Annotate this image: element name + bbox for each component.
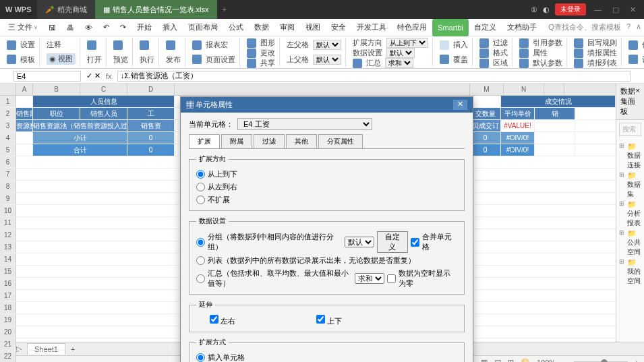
menu-data[interactable]: 数据 <box>249 19 274 36</box>
preview-icon[interactable] <box>113 40 123 50</box>
sum-icon[interactable] <box>353 59 362 68</box>
left-parent-select[interactable]: 默认 <box>313 40 341 50</box>
tree-node[interactable]: 📁我的空间 <box>619 258 641 286</box>
current-cell-select[interactable]: E4 工资 <box>237 118 372 130</box>
extend-ud-checkbox[interactable] <box>316 315 325 324</box>
tab-expand[interactable]: 扩展 <box>189 134 220 148</box>
view-button[interactable]: ◉ 视图 <box>47 53 76 65</box>
menu-formula[interactable]: 公式 <box>223 19 249 36</box>
theme-icon[interactable]: ◐ <box>543 5 550 14</box>
attr-icon[interactable] <box>519 49 529 58</box>
data-setting-select[interactable]: 默认 <box>386 48 415 58</box>
radio-topdown[interactable] <box>196 170 205 179</box>
setting2-icon[interactable] <box>628 55 638 64</box>
panel-search[interactable]: 搜索 <box>619 123 641 136</box>
share-icon2[interactable] <box>247 59 256 68</box>
macro-icon[interactable] <box>192 40 202 50</box>
menu-dev[interactable]: 开发工具 <box>351 19 392 36</box>
menu-insert[interactable]: 插入 <box>157 19 183 36</box>
min-ribbon-icon[interactable]: ∧ <box>636 22 641 32</box>
fillattr-icon[interactable] <box>574 49 583 58</box>
search-box[interactable]: Q查找命令、搜索模板 <box>548 22 621 32</box>
publish-icon[interactable] <box>166 40 175 50</box>
expand-dir-select[interactable]: 从上到下 <box>386 38 428 48</box>
menu-file[interactable]: 三 文件∨ <box>3 19 43 36</box>
menu-special[interactable]: 特色应用 <box>392 19 432 36</box>
sum-select[interactable]: 求和 <box>385 58 413 68</box>
wbrule-icon[interactable] <box>574 38 583 48</box>
tab-filter[interactable]: 过滤 <box>254 134 285 148</box>
fx-label[interactable]: fx <box>106 72 112 80</box>
custom-button[interactable]: 自定义 <box>377 231 407 253</box>
radio-noexpand[interactable] <box>196 195 205 204</box>
menu-layout[interactable]: 页面布局 <box>183 19 223 36</box>
empty-checkbox[interactable] <box>387 274 396 283</box>
refparam-icon[interactable] <box>519 38 529 48</box>
menu-home[interactable]: 开始 <box>131 19 157 36</box>
settings-icon[interactable] <box>7 40 16 50</box>
template-icon[interactable] <box>7 55 16 64</box>
wps-logo: W WPS <box>0 5 37 13</box>
radio-group[interactable] <box>196 238 205 247</box>
ribbon-group-exec: 执行 <box>136 38 159 67</box>
tree-node[interactable]: 📁分析报表 <box>619 200 641 229</box>
filllist-icon[interactable] <box>574 59 583 68</box>
account-icon[interactable]: ① <box>531 5 537 14</box>
menu-dochelper[interactable]: 文档助手 <box>502 19 542 36</box>
qat-preview-icon[interactable]: 👁 <box>80 19 98 36</box>
tab-attach[interactable]: 附属 <box>221 134 252 148</box>
change-icon[interactable] <box>247 49 256 58</box>
fx-icon[interactable]: ✓ ✕ <box>86 71 100 80</box>
login-badge[interactable]: 未登录 <box>555 3 586 16</box>
tab-file[interactable]: ▦销售人员整合情况一览表.xlsx <box>95 0 217 19</box>
radio-summary[interactable] <box>196 274 205 283</box>
qat-undo-icon[interactable]: ↶ <box>98 19 115 36</box>
radio-list[interactable] <box>196 256 205 265</box>
cover-button[interactable] <box>440 55 449 64</box>
region-icon[interactable] <box>479 59 489 68</box>
maximize-button[interactable]: ▢ <box>610 5 622 14</box>
formula-input[interactable] <box>117 71 631 82</box>
minimize-button[interactable]: — <box>591 5 604 13</box>
tree-node[interactable]: 📁数据集 <box>619 171 641 200</box>
tab-docer[interactable]: 🥕稻壳商城 <box>37 0 95 19</box>
summary-select[interactable]: 求和 <box>355 273 384 284</box>
tree-node[interactable]: 📁公共空间 <box>619 229 641 258</box>
dialog-close-button[interactable]: ✕ <box>453 100 467 110</box>
chart-icon[interactable] <box>247 38 256 48</box>
close-button[interactable]: ✕ <box>627 5 639 14</box>
add-tab[interactable]: + <box>217 5 232 13</box>
pagesetup-icon[interactable] <box>192 55 202 64</box>
menu-custom[interactable]: 自定义 <box>469 19 502 36</box>
menu-smartbi[interactable]: Smartbi <box>432 19 469 36</box>
merge-checkbox[interactable] <box>411 238 419 247</box>
tab-other[interactable]: 其他 <box>286 134 317 148</box>
format-icon[interactable] <box>479 49 489 58</box>
menu-view[interactable]: 视图 <box>300 19 326 36</box>
menu-security[interactable]: 安全 <box>326 19 351 36</box>
radio-leftright[interactable] <box>196 183 205 191</box>
group-select[interactable]: 默认 <box>345 237 374 247</box>
qat-redo-icon[interactable]: ↷ <box>115 19 131 36</box>
ribbon-group-value: 传值 设置 <box>624 38 644 67</box>
ribbon: 设置 模板 注释 ◉ 视图 打开 预览 执行 发布 报表宏 页面设置 图形 更改… <box>0 36 644 69</box>
defparam-icon[interactable] <box>519 59 529 68</box>
top-parent-select[interactable]: 默认 <box>313 55 341 65</box>
open-icon[interactable] <box>87 40 96 50</box>
zhushi[interactable]: 注释 <box>47 40 61 50</box>
name-box[interactable] <box>13 71 81 82</box>
exec-icon[interactable] <box>140 40 149 50</box>
passval-icon[interactable] <box>628 40 638 50</box>
radio-insert[interactable] <box>196 353 205 362</box>
qat-print-icon[interactable]: 🖶 <box>61 19 80 36</box>
share-icon[interactable]: ? <box>626 22 631 32</box>
insert-button[interactable] <box>440 40 449 50</box>
filter-icon[interactable] <box>479 38 489 48</box>
extend-lr-checkbox[interactable] <box>210 315 218 324</box>
menu-review[interactable]: 审阅 <box>274 19 300 36</box>
zoom-in-icon[interactable]: + <box>635 359 639 363</box>
panel-close-icon[interactable]: × <box>636 86 640 117</box>
qat-save-icon[interactable]: 🖫 <box>43 19 61 36</box>
tree-node[interactable]: 📁数据连接 <box>619 142 641 171</box>
tab-page[interactable]: 分页属性 <box>318 134 363 148</box>
